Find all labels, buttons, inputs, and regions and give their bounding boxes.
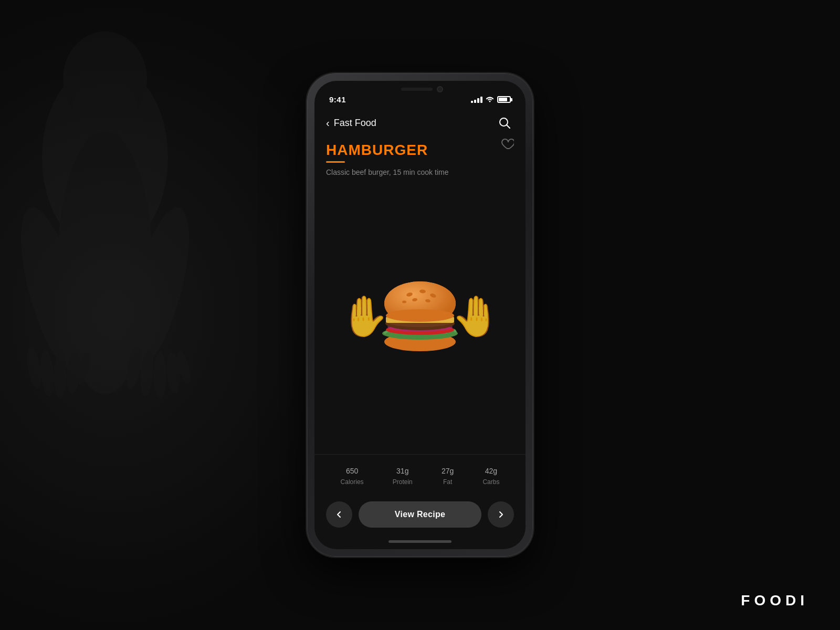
front-camera xyxy=(437,86,443,92)
svg-point-33 xyxy=(386,309,454,322)
svg-point-12 xyxy=(165,351,182,394)
calories-label: Calories xyxy=(341,478,364,486)
svg-point-0 xyxy=(42,63,168,252)
search-icon xyxy=(499,117,510,129)
top-navigation: ‹ Fast Food xyxy=(314,107,526,138)
protein-label: Protein xyxy=(393,478,413,486)
status-icons xyxy=(471,95,511,104)
home-indicator xyxy=(314,536,526,549)
app-content: ‹ Fast Food HAMBURGER Classic beef burge… xyxy=(314,107,526,549)
status-time: 9:41 xyxy=(329,95,346,104)
nutrition-row: 650 Calories 31g Protein 27g Fat xyxy=(314,454,526,496)
svg-point-4 xyxy=(24,346,44,390)
svg-point-6 xyxy=(54,352,67,399)
speaker-grill xyxy=(401,88,433,91)
svg-point-15 xyxy=(74,79,136,131)
phone-screen: 9:41 xyxy=(314,81,526,549)
nutrition-carbs: 42g Carbs xyxy=(482,463,499,486)
svg-point-14 xyxy=(63,32,147,126)
nutrition-fat: 27g Fat xyxy=(442,463,454,486)
food-header: HAMBURGER Classic beef burger, 15 min co… xyxy=(314,138,526,178)
burger-container: 🤚 xyxy=(339,280,501,353)
calories-value: 650 xyxy=(346,463,358,477)
prev-button[interactable] xyxy=(326,501,352,528)
fat-value: 27g xyxy=(442,463,454,477)
back-button[interactable]: ‹ xyxy=(326,118,330,128)
fat-label: Fat xyxy=(443,478,452,486)
wifi-icon xyxy=(485,95,495,104)
carbs-label: Carbs xyxy=(482,478,499,486)
notch xyxy=(381,81,459,98)
svg-point-2 xyxy=(8,202,97,376)
svg-point-10 xyxy=(139,349,155,397)
svg-point-25 xyxy=(402,300,406,303)
view-recipe-button[interactable]: View Recipe xyxy=(359,501,481,528)
food-title: HAMBURGER xyxy=(326,142,514,159)
heart-icon xyxy=(500,138,514,150)
svg-point-5 xyxy=(39,349,56,397)
nutrition-calories: 650 Calories xyxy=(341,463,364,486)
brand-logo: FOODI xyxy=(741,592,808,609)
next-icon xyxy=(497,511,505,518)
nav-left: ‹ Fast Food xyxy=(326,118,376,129)
svg-point-7 xyxy=(66,351,82,394)
battery-icon xyxy=(497,96,511,103)
svg-point-3 xyxy=(113,202,202,376)
food-image-area: 🤚 xyxy=(314,178,526,454)
next-button[interactable] xyxy=(488,501,514,528)
protein-value: 31g xyxy=(396,463,408,477)
title-underline xyxy=(326,161,345,163)
nutrition-protein: 31g Protein xyxy=(393,463,413,486)
svg-point-9 xyxy=(124,346,144,390)
svg-point-1 xyxy=(58,131,152,394)
svg-point-16 xyxy=(500,118,508,126)
signal-strength-icon xyxy=(471,97,482,103)
svg-line-17 xyxy=(507,125,510,129)
favorite-button[interactable] xyxy=(500,138,514,152)
battery-fill xyxy=(499,98,507,101)
burger-image xyxy=(378,280,462,353)
page-title: Fast Food xyxy=(334,118,376,129)
carbs-value: 42g xyxy=(485,463,497,477)
svg-point-11 xyxy=(154,352,166,399)
home-bar xyxy=(388,540,452,543)
action-bar: View Recipe xyxy=(314,496,526,536)
prev-icon xyxy=(335,511,343,518)
phone-device: 9:41 xyxy=(307,74,533,556)
view-recipe-label: View Recipe xyxy=(395,510,445,519)
search-button[interactable] xyxy=(495,113,514,132)
food-description: Classic beef burger, 15 min cook time xyxy=(326,168,514,176)
svg-point-8 xyxy=(75,350,93,385)
svg-point-13 xyxy=(174,350,193,385)
